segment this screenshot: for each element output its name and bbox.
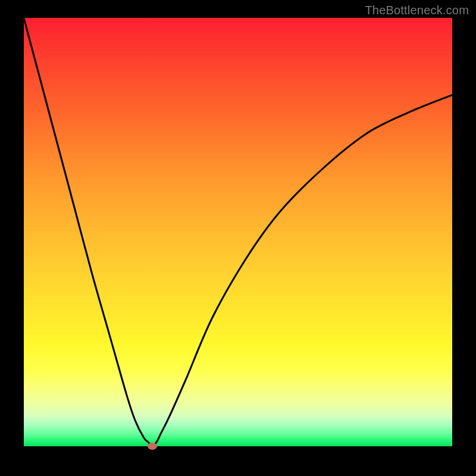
minimum-marker (148, 443, 157, 450)
bottleneck-curve-path (24, 18, 452, 446)
watermark-text: TheBottleneck.com (365, 4, 469, 17)
plot-area (24, 18, 452, 446)
chart-frame: TheBottleneck.com (0, 0, 476, 476)
curve-svg (24, 18, 452, 446)
